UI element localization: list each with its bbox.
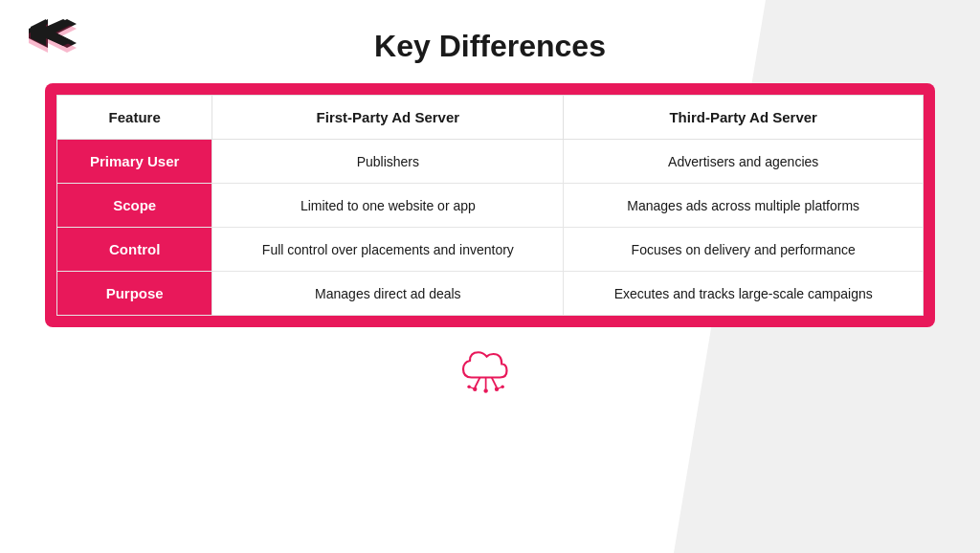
row-first-party-purpose: Manages direct ad deals (212, 272, 564, 316)
row-third-party-scope: Manages ads across multiple platforms (564, 184, 924, 228)
row-first-party-scope: Limited to one website or app (212, 184, 564, 228)
comparison-table: Feature First-Party Ad Server Third-Part… (56, 95, 924, 316)
row-third-party-primary-user: Advertisers and agencies (564, 140, 924, 184)
row-feature-primary-user: Primary User (57, 140, 212, 184)
row-feature-control: Control (57, 228, 212, 272)
header-feature: Feature (57, 96, 212, 140)
page-title: Key Differences (374, 29, 606, 64)
row-first-party-control: Full control over placements and invento… (212, 228, 564, 272)
table-row: Control Full control over placements and… (57, 228, 924, 272)
row-feature-scope: Scope (57, 184, 212, 228)
header-third-party: Third-Party Ad Server (564, 96, 924, 140)
page-container: Key Differences Feature First-Party Ad S… (0, 0, 980, 553)
row-first-party-primary-user: Publishers (212, 140, 564, 184)
table-row: Scope Limited to one website or app Mana… (57, 184, 924, 228)
svg-line-3 (475, 378, 479, 388)
row-feature-purpose: Purpose (57, 272, 212, 316)
header-first-party: First-Party Ad Server (212, 96, 564, 140)
row-third-party-purpose: Executes and tracks large-scale campaign… (564, 272, 924, 316)
cloud-icon (457, 344, 523, 397)
table-header-row: Feature First-Party Ad Server Third-Part… (57, 96, 924, 140)
svg-point-7 (483, 388, 487, 392)
logo (29, 19, 77, 61)
row-third-party-control: Focuses on delivery and performance (564, 228, 924, 272)
svg-line-5 (492, 378, 497, 388)
table-wrapper: Feature First-Party Ad Server Third-Part… (45, 83, 935, 327)
table-row: Purpose Manages direct ad deals Executes… (57, 272, 924, 316)
table-row: Primary User Publishers Advertisers and … (57, 140, 924, 184)
